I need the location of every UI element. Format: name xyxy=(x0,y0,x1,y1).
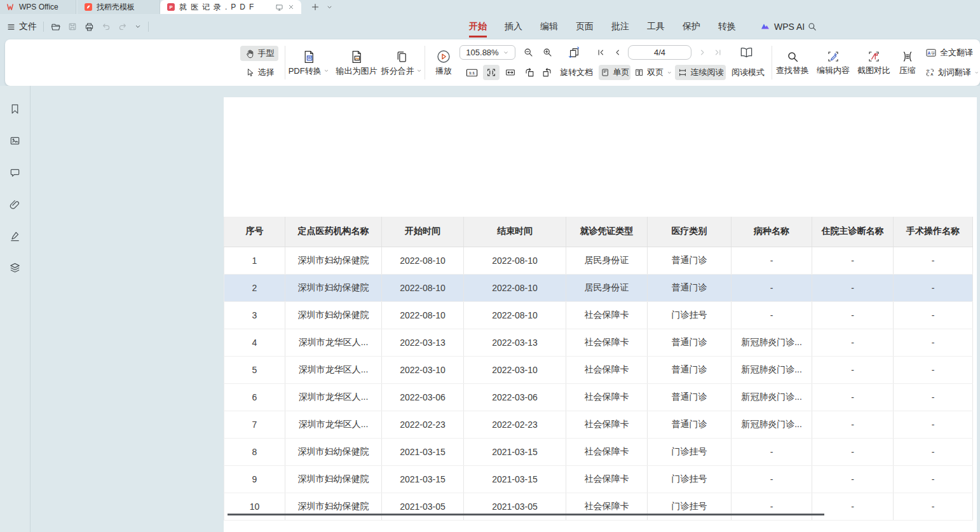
fit-page-button[interactable] xyxy=(483,65,500,80)
redo-icon[interactable] xyxy=(118,22,128,32)
zoom-level-select[interactable]: 105.88% xyxy=(459,45,515,60)
rotate-right-icon xyxy=(541,67,553,78)
column-header: 开始时间 xyxy=(382,217,464,247)
menu-item-3[interactable]: 页面 xyxy=(567,14,602,39)
table-cell: - xyxy=(732,247,812,274)
actual-size-button[interactable] xyxy=(463,65,480,80)
export-as-image-button[interactable]: 输出为图片 xyxy=(332,43,381,83)
wps-ai-button[interactable]: WPS AI xyxy=(760,14,805,39)
continuous-read-button[interactable]: 连续阅读 xyxy=(675,65,726,80)
full-translate-button[interactable]: 全文翻译 xyxy=(925,45,977,60)
split-merge-button[interactable]: ​拆分合并 xyxy=(381,43,422,83)
table-row: 10深圳市妇幼保健院2021-03-052021-03-05社会保障卡门诊挂号-… xyxy=(224,493,973,520)
bookmark-icon[interactable] xyxy=(6,100,24,118)
rotate-right-button[interactable] xyxy=(539,65,555,80)
signature-icon[interactable] xyxy=(6,227,24,245)
open-folder-icon[interactable] xyxy=(50,22,61,32)
page-number-input[interactable]: 4/4 xyxy=(628,45,691,60)
close-icon[interactable] xyxy=(287,3,295,11)
table-cell: - xyxy=(894,383,973,411)
thumbnail-icon[interactable] xyxy=(6,132,24,149)
play-button[interactable]: 播放 xyxy=(426,43,461,83)
rotate-left-icon xyxy=(524,67,535,78)
table-cell: 深圳市龙华区人... xyxy=(285,329,382,356)
rotate-left-button[interactable] xyxy=(521,65,538,80)
pdf-convert-button[interactable]: ​PDF转换 xyxy=(286,43,332,83)
table-cell: 2022-02-23 xyxy=(464,411,566,438)
tab-wps-office[interactable]: WPS Office xyxy=(0,0,76,14)
table-cell: 2022-03-13 xyxy=(382,329,464,356)
layers-icon[interactable] xyxy=(6,259,24,276)
new-tab-plus-icon[interactable] xyxy=(309,0,322,14)
hand-icon xyxy=(245,48,255,58)
table-row: 3深圳市妇幼保健院2022-08-102022-08-10社会保障卡门诊挂号--… xyxy=(224,301,973,329)
menu-item-7[interactable]: 转换 xyxy=(709,14,745,39)
select-tool-button[interactable]: 选择 xyxy=(240,65,278,80)
file-menu-label: 文件 xyxy=(19,21,37,32)
table-row: 2深圳市妇幼保健院2022-08-102022-08-10居民身份证普通门诊--… xyxy=(224,274,973,301)
menu-item-2[interactable]: 编辑 xyxy=(531,14,567,39)
search-icon[interactable] xyxy=(807,14,817,39)
table-cell: - xyxy=(732,274,812,301)
rotate-document-button[interactable]: 旋转文档 xyxy=(557,65,596,80)
screenshot-compare-button[interactable]: 截图对比 xyxy=(854,43,894,83)
table-cell: - xyxy=(732,438,812,465)
table-cell: 深圳市妇幼保健院 xyxy=(285,301,382,329)
edit-content-button[interactable]: 编辑内容 xyxy=(813,43,853,83)
table-cell: - xyxy=(894,493,973,520)
table-row: 9深圳市妇幼保健院2021-03-152021-03-15社会保障卡门诊挂号--… xyxy=(224,465,973,493)
menu-item-1[interactable]: 插入 xyxy=(496,14,531,39)
next-page-button[interactable] xyxy=(695,45,709,60)
table-row: 7深圳市龙华区人...2022-02-232022-02-23社会保障卡普通门诊… xyxy=(224,411,973,438)
comment-icon[interactable] xyxy=(6,163,24,181)
zoom-in-button[interactable] xyxy=(539,45,555,60)
find-replace-button[interactable]: 查找替换 xyxy=(773,43,812,83)
table-cell: - xyxy=(812,411,894,438)
menu-item-5[interactable]: 工具 xyxy=(638,14,674,39)
table-row: 6深圳市龙华区人...2022-03-062022-03-06社会保障卡普通门诊… xyxy=(224,383,973,411)
table-cell: 深圳市龙华区人... xyxy=(285,411,382,438)
print-icon[interactable] xyxy=(84,22,95,32)
hand-tool-button[interactable]: 手型 xyxy=(240,46,278,61)
prev-page-button[interactable] xyxy=(610,45,624,60)
last-page-button[interactable] xyxy=(711,45,725,60)
table-cell: 2022-03-06 xyxy=(464,383,566,411)
tab-docer-templates[interactable]: 找稻壳模板 xyxy=(78,0,160,14)
wps-pdf-app: WPS Office 找稻壳模板 就医记录.PDF 文件 xyxy=(0,0,980,532)
table-cell: 社会保障卡 xyxy=(566,301,648,329)
file-menu-button[interactable]: 文件 xyxy=(6,21,37,32)
table-cell: 3 xyxy=(224,301,285,329)
menu-item-0[interactable]: 开始 xyxy=(460,14,496,39)
single-page-button[interactable]: 单页 xyxy=(599,65,630,80)
menu-item-6[interactable]: 保护 xyxy=(674,14,709,39)
save-icon[interactable] xyxy=(67,22,78,32)
table-cell: 5 xyxy=(224,356,285,383)
compress-icon xyxy=(901,50,915,64)
tab-document-pdf[interactable]: 就医记录.PDF xyxy=(160,0,301,14)
menu-item-4[interactable]: 批注 xyxy=(602,14,638,39)
zoom-out-button[interactable] xyxy=(520,45,536,60)
table-row: 1深圳市妇幼保健院2022-08-102022-08-10居民身份证普通门诊--… xyxy=(224,247,973,274)
tab-label: 找稻壳模板 xyxy=(97,2,135,13)
word-translate-button[interactable]: 划词翻译 xyxy=(925,65,979,80)
column-header: 就诊凭证类型 xyxy=(566,217,648,247)
compress-button[interactable]: 压缩 xyxy=(894,43,922,83)
attachment-icon[interactable] xyxy=(6,195,24,213)
monitor-icon[interactable] xyxy=(275,3,283,11)
undo-icon[interactable] xyxy=(101,22,111,32)
table-cell: 2021-03-15 xyxy=(382,438,464,465)
double-page-button[interactable]: 双页 xyxy=(634,65,672,80)
table-cell: 10 xyxy=(224,493,285,520)
table-cell: 普通门诊 xyxy=(648,383,732,411)
fit-width-button[interactable] xyxy=(502,65,519,80)
rotate-pages-button[interactable] xyxy=(564,44,585,60)
read-mode-book-icon[interactable] xyxy=(736,44,756,60)
table-cell: 门诊挂号 xyxy=(648,438,732,465)
tab-list-chevron-icon[interactable] xyxy=(323,0,336,14)
table-cell: - xyxy=(812,438,894,465)
table-cell: 新冠肺炎门诊... xyxy=(732,411,812,438)
chevron-down-icon[interactable] xyxy=(134,23,142,31)
read-mode-button[interactable]: 阅读模式 xyxy=(728,65,768,80)
first-page-button[interactable] xyxy=(594,45,608,60)
split-merge-icon xyxy=(395,50,409,64)
